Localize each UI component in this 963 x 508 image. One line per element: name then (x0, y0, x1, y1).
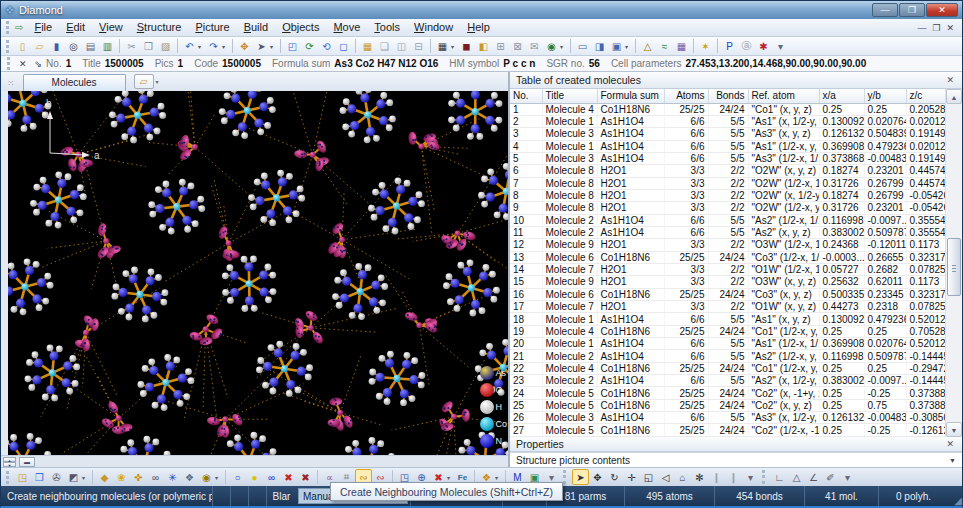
picture-history-icon[interactable]: ⟲ (318, 38, 335, 54)
table-row[interactable]: 17Molecule 7H2O13/32/2"O1W" (x, y, z)0.4… (510, 301, 945, 313)
new-picture-tab-button[interactable]: ▱ (134, 74, 154, 89)
redo-icon[interactable]: ↷ (205, 38, 222, 54)
copy-icon[interactable]: ❐ (140, 38, 157, 54)
coordination-icon[interactable]: ✳ (164, 469, 181, 485)
polyhedra-icon[interactable]: ◆ (96, 469, 113, 485)
step-back-icon[interactable]: ❙ (708, 469, 725, 485)
table-scrollbar[interactable]: ▲ ▼ (945, 89, 962, 437)
picture-refresh-icon[interactable]: ⟳ (301, 38, 318, 54)
column-header-formula-sum[interactable]: Formula sum (597, 89, 664, 103)
data-sheet-icon[interactable]: ▣ (608, 38, 625, 54)
find-icon[interactable]: ◎ (65, 38, 82, 54)
undo-icon[interactable]: ↶ (181, 38, 198, 54)
build-toolbar-grip[interactable] (6, 471, 11, 484)
properties-selector[interactable]: Structure picture contents ▼ (510, 452, 962, 467)
properties-close-icon[interactable]: ✕ (944, 439, 956, 449)
column-header-y-b[interactable]: y/b (864, 89, 906, 103)
column-header-x-a[interactable]: x/a (819, 89, 864, 103)
add-molecule-icon[interactable]: ❀ (113, 469, 130, 485)
table-row[interactable]: 18Molecule 1As1H1O46/65/5"As1" (x, y, z)… (510, 313, 945, 325)
table-row[interactable]: 20Molecule 1As1H1O46/65/5"As1" (1/2-x, 1… (510, 338, 945, 350)
open-folder-icon[interactable]: ▱ (31, 38, 48, 54)
web-export-dropdown-icon[interactable]: ▾ (560, 43, 567, 50)
print-icon[interactable]: ▥ (99, 38, 116, 54)
translate-mode-icon[interactable]: ✛ (623, 469, 640, 485)
column-header-ref-atom[interactable]: Ref. atom (748, 89, 819, 103)
packing-x-icon[interactable]: ✖ (280, 469, 297, 485)
table-row[interactable]: 5Molecule 3As1H1O46/65/5"As3" (1/2-x, 1/… (510, 152, 945, 164)
wizard-icon[interactable]: ✶ (697, 38, 714, 54)
move-mode-icon[interactable]: ✥ (589, 469, 606, 485)
step-forward-icon[interactable]: ❙ (725, 469, 742, 485)
web-export-icon[interactable]: ◉ (543, 38, 560, 54)
table-panel-close-icon[interactable]: ✕ (944, 75, 956, 85)
annotation-icon[interactable]: ⓐ (738, 38, 755, 54)
picture-window-icon[interactable]: ◰ (284, 38, 301, 54)
torsion-measure-icon[interactable]: ✐ (822, 469, 839, 485)
structure-grid-icon[interactable]: ▦ (434, 38, 451, 54)
pointer-mode-icon[interactable]: ➤ (253, 38, 270, 54)
table-row[interactable]: 23Molecule 2As1H1O46/65/5"As2" (x, 1/2-y… (510, 375, 945, 387)
table-row[interactable]: 1Molecule 4Co1H18N625/2524/24"Co1" (x, y… (510, 103, 945, 115)
minimize-button[interactable]: — (872, 3, 898, 17)
properties-window-icon[interactable]: ◨ (591, 38, 608, 54)
menu-help[interactable]: Help (460, 19, 497, 36)
table-row[interactable]: 14Molecule 7H2O13/32/2"O1W" (1/2-x, 1...… (510, 263, 945, 275)
menu-picture[interactable]: Picture (188, 19, 236, 36)
title-bar[interactable]: ❖ Diamond — ❐ ✕ (1, 1, 962, 19)
menu-structure[interactable]: Structure (130, 19, 189, 36)
powder-pattern-icon[interactable]: ≈ (656, 38, 673, 54)
table-row[interactable]: 11Molecule 2As1H1O46/65/5"As2" (x, y, z)… (510, 226, 945, 238)
menu-build[interactable]: Build (237, 19, 275, 36)
table-row[interactable]: 3Molecule 3As1H1O46/65/5"As3" (x, y, z)0… (510, 128, 945, 140)
mdi-restore-button[interactable]: ❐ (932, 23, 940, 33)
get-molecules-icon[interactable]: ◳ (14, 469, 31, 485)
table-row[interactable]: 7Molecule 8H2O13/32/2"O2W" (1/2-x, 1...0… (510, 177, 945, 189)
table-row[interactable]: 6Molecule 8H2O13/32/2"O2W" (x, y, z)0.18… (510, 165, 945, 177)
tabstrip-grip[interactable]: ⁙ (7, 78, 15, 88)
select-pointer-icon[interactable]: ➤ (572, 469, 589, 485)
menu-view[interactable]: View (92, 19, 130, 36)
undo-dropdown-icon[interactable]: ▾ (198, 43, 205, 50)
column-header-title[interactable]: Title (542, 89, 597, 103)
data-sheet-dropdown-icon[interactable]: ▾ (625, 43, 632, 50)
molecule-tool-icon[interactable]: ✱ (755, 38, 772, 54)
build-menu-icon[interactable]: ◩ (65, 469, 82, 485)
table-row[interactable]: 13Molecule 6Co1H18N625/2524/24"Co3" (1/2… (510, 251, 945, 263)
table-row[interactable]: 26Molecule 3As1H1O46/65/5"As3" (x, 1/2-y… (510, 412, 945, 424)
scroll-up-icon[interactable]: ▲ (946, 89, 962, 104)
distance-histogram-icon[interactable]: △ (639, 38, 656, 54)
resize-grip[interactable]: ◢ (948, 486, 962, 506)
powder-p-icon[interactable]: P (721, 38, 738, 54)
toolbar-overflow-icon[interactable]: ▾ (772, 38, 789, 54)
structure-3d-view[interactable]: ba AsOHCoN (8, 91, 508, 455)
print-preview-icon[interactable]: ▤ (82, 38, 99, 54)
pan-icon[interactable]: ✥ (236, 38, 253, 54)
video-sequence-icon[interactable]: ◼ (458, 38, 475, 54)
spin-icon[interactable]: ✻ (691, 469, 708, 485)
table-row[interactable]: 2Molecule 1As1H1O46/65/5"As1" (x, 1/2-y,… (510, 115, 945, 127)
table-row[interactable]: 15Molecule 9H2O13/32/2"O3W" (x, y, z)0.2… (510, 276, 945, 288)
tab-molecules[interactable]: Molecules (23, 74, 126, 91)
tab-list-button[interactable]: ▬ (19, 457, 35, 467)
close-button[interactable]: ✕ (926, 3, 958, 17)
rotate-mode-icon[interactable]: ↻ (606, 469, 623, 485)
angle-measure-icon[interactable]: ∠ (805, 469, 822, 485)
fill-cell-icon[interactable]: ● (246, 469, 263, 485)
toolbar-grip[interactable] (6, 40, 11, 53)
ruler-icon[interactable]: ∟ (771, 469, 788, 485)
build-menu-dropdown-icon[interactable]: ▾ (82, 474, 89, 481)
export-picture-icon[interactable]: ⊠ (509, 38, 526, 54)
save-icon[interactable]: ▮ (48, 38, 65, 54)
table-row[interactable]: 25Molecule 5Co1H18N625/2524/24"Co2" (x, … (510, 399, 945, 411)
crystal-structure-rendering[interactable]: ba (8, 91, 508, 455)
overflow-view-icon[interactable]: ▾ (742, 469, 759, 485)
menu-window[interactable]: Window (407, 19, 460, 36)
new-picture-tab-dropdown[interactable]: ▾ (156, 78, 159, 85)
paste-icon[interactable]: ▨ (157, 38, 174, 54)
table-row[interactable]: 22Molecule 4Co1H18N625/2524/24"Co1" (1/2… (510, 362, 945, 374)
picture-blank-icon[interactable]: ◻ (335, 38, 352, 54)
menubar-grip[interactable] (6, 21, 11, 34)
menu-file[interactable]: File (27, 19, 59, 36)
column-header-bonds[interactable]: Bonds (708, 89, 748, 103)
